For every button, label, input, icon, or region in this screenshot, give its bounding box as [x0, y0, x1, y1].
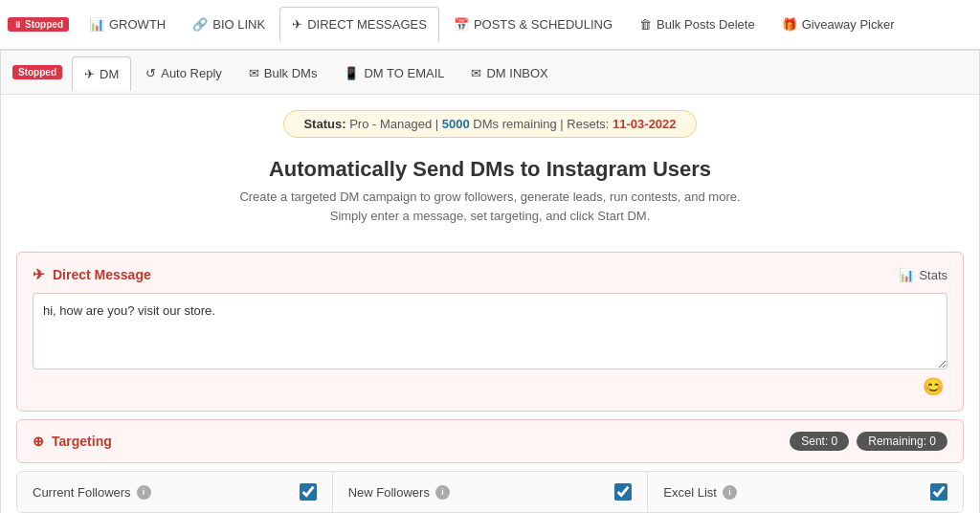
new-followers-label: New Followers i: [348, 485, 450, 500]
targeting-header: ⊕ Targeting Sent: 0 Remaining: 0: [33, 432, 947, 451]
resets-label: Resets:: [567, 117, 609, 131]
resets-date: 11-03-2022: [612, 117, 677, 131]
dms-remaining-label: DMs remaining: [473, 117, 556, 131]
status-prefix: Status:: [303, 117, 345, 131]
sub-nav-dm-inbox[interactable]: ✉ DM INBOX: [458, 56, 560, 90]
dm-message-input[interactable]: [33, 293, 947, 369]
current-followers-item: Current Followers i: [17, 472, 333, 512]
excel-list-label: Excel List i: [663, 485, 737, 500]
excel-list-checkbox[interactable]: [930, 483, 947, 501]
send-icon: ✈: [33, 266, 45, 283]
new-followers-item: New Followers i: [333, 472, 649, 512]
sub-nav-auto-reply[interactable]: ↺ Auto Reply: [133, 56, 234, 90]
bulk-dms-icon: ✉: [249, 66, 259, 80]
sub-stopped-badge: Stopped: [12, 65, 62, 79]
nav-item-bulk-posts-delete[interactable]: 🗑 Bulk Posts Delete: [627, 7, 768, 43]
stats-icon: 📊: [899, 268, 914, 282]
direct-message-title: Direct Message: [53, 267, 151, 282]
hero-desc1: Create a targeted DM campaign to grow fo…: [20, 188, 960, 207]
main-content: Stopped ✈ DM ↺ Auto Reply ✉ Bulk DMs 📱 D…: [0, 50, 980, 513]
nav-item-growth[interactable]: 📊 GROWTH: [77, 7, 178, 43]
current-followers-checkbox[interactable]: [300, 483, 317, 501]
status-bar: Status: Pro - Managed | 5000 DMs remaini…: [283, 110, 696, 138]
targeting-icon: ⊕: [33, 434, 44, 449]
remaining-badge: Remaining: 0: [857, 432, 947, 451]
stopped-badge: Stopped: [8, 17, 69, 32]
direct-messages-icon: ✈: [292, 17, 302, 32]
excel-list-info-icon[interactable]: i: [723, 485, 737, 500]
dm-icon: ✈: [84, 67, 95, 81]
emoji-picker-button[interactable]: 😊: [33, 372, 947, 397]
direct-message-card: ✈ Direct Message 📊 Stats 😊: [16, 252, 964, 412]
auto-reply-icon: ↺: [145, 66, 156, 80]
targeting-title: ⊕ Targeting: [33, 434, 112, 449]
nav-item-direct-messages[interactable]: ✈ DIRECT MESSAGES: [279, 7, 439, 43]
nav-item-posts-scheduling[interactable]: 📅 POSTS & SCHEDULING: [441, 7, 625, 43]
followers-row: Current Followers i New Followers i Exce…: [16, 471, 964, 513]
sub-nav-bulk-dms[interactable]: ✉ Bulk DMs: [236, 56, 330, 90]
badge-group: Sent: 0 Remaining: 0: [790, 432, 947, 451]
sub-nav-dm-to-email[interactable]: 📱 DM TO EMAIL: [331, 56, 457, 90]
sub-navigation: Stopped ✈ DM ↺ Auto Reply ✉ Bulk DMs 📱 D…: [1, 51, 979, 95]
dms-count: 5000: [442, 117, 470, 131]
card-title: ✈ Direct Message: [33, 266, 151, 283]
status-plan: Pro - Managed: [349, 117, 432, 131]
growth-icon: 📊: [89, 17, 104, 32]
emoji-icon: 😊: [923, 376, 944, 397]
giveaway-icon: 🎁: [782, 17, 797, 32]
excel-list-item: Excel List i: [648, 472, 963, 512]
nav-item-bio-link[interactable]: 🔗 BIO LINK: [180, 7, 278, 43]
nav-item-giveaway-picker[interactable]: 🎁 Giveaway Picker: [769, 7, 907, 43]
card-header: ✈ Direct Message 📊 Stats: [33, 266, 947, 283]
hero-section: Automatically Send DMs to Instagram User…: [1, 145, 979, 244]
new-followers-info-icon[interactable]: i: [435, 485, 450, 500]
targeting-card: ⊕ Targeting Sent: 0 Remaining: 0: [16, 419, 964, 463]
dm-to-email-icon: 📱: [344, 66, 359, 80]
hero-title: Automatically Send DMs to Instagram User…: [20, 157, 960, 182]
sent-badge: Sent: 0: [790, 432, 849, 451]
top-navigation: Stopped 📊 GROWTH 🔗 BIO LINK ✈ DIRECT MES…: [0, 0, 980, 50]
bulk-delete-icon: 🗑: [639, 17, 652, 32]
dm-inbox-icon: ✉: [471, 66, 481, 80]
status-sep1: |: [435, 117, 442, 131]
bio-link-icon: 🔗: [192, 17, 208, 32]
hero-desc2: Simply enter a message, set targeting, a…: [20, 207, 960, 226]
posts-scheduling-icon: 📅: [454, 17, 469, 32]
current-followers-label: Current Followers i: [33, 485, 151, 500]
new-followers-checkbox[interactable]: [614, 483, 632, 501]
sub-nav-dm[interactable]: ✈ DM: [72, 56, 131, 91]
current-followers-info-icon[interactable]: i: [137, 485, 151, 500]
stats-button[interactable]: 📊 Stats: [899, 268, 947, 282]
status-bar-wrapper: Status: Pro - Managed | 5000 DMs remaini…: [1, 95, 979, 145]
